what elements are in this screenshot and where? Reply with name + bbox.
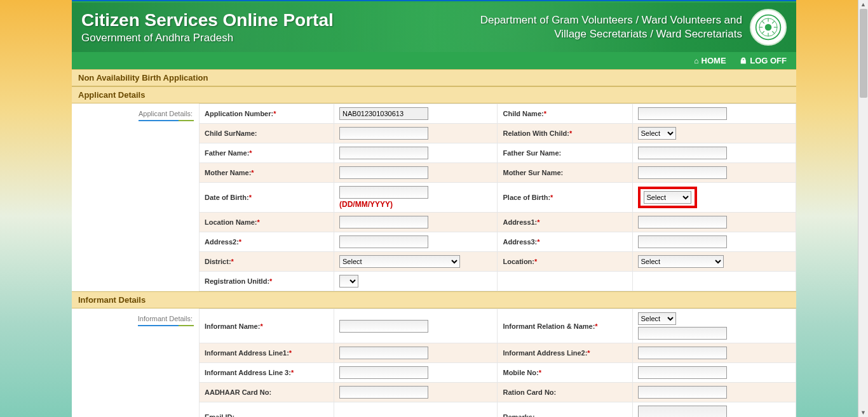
applicant-side-label: Applicant Details: [72, 103, 199, 291]
input-location-name[interactable] [339, 216, 428, 228]
nav-logoff[interactable]: 🔒︎LOG OFF [740, 56, 787, 65]
label-relation-child: Relation With Child:* [498, 124, 632, 143]
label-registration-unit: Registration UnitId:* [200, 272, 334, 291]
input-child-surname[interactable] [339, 127, 428, 140]
input-father-surname[interactable] [638, 147, 727, 159]
label-mobile-no: Mobile No:* [498, 363, 632, 383]
portal-subtitle: Government of Andhra Pradesh [81, 32, 334, 44]
input-mother-surname[interactable] [638, 166, 727, 179]
emblem-icon [754, 13, 782, 41]
input-mother-name[interactable] [339, 166, 428, 179]
select-informant-relation[interactable]: Select [638, 312, 676, 325]
nav-bar: ⌂HOME 🔒︎LOG OFF [72, 52, 796, 69]
page-container: Citizen Services Online Portal Governmen… [72, 0, 796, 417]
dept-line1: Department of Gram Volunteers / Ward Vol… [480, 13, 742, 27]
informant-form-table: Informant Name:* Informant Relation & Na… [199, 308, 796, 417]
input-address3[interactable] [638, 235, 727, 248]
label-informant-relation: Informant Relation & Name:* [498, 309, 632, 343]
label-informant-addr3: Informant Address Line 3:* [200, 363, 334, 383]
svg-point-2 [765, 24, 772, 31]
dept-line2: Village Secretariats / Ward Secretariats [480, 27, 742, 41]
input-informant-addr2[interactable] [638, 347, 727, 359]
select-registration-unit[interactable] [339, 275, 358, 288]
content-area: Non Availability Birth Application Appli… [72, 69, 796, 417]
label-location: Location:* [498, 252, 632, 272]
informant-side-label: Informant Details: [72, 308, 199, 417]
svg-line-9 [772, 21, 775, 23]
applicant-form-table: Application Number:* Child Name:* Child … [199, 103, 796, 291]
label-mother-name: Mother Name:* [200, 163, 334, 183]
label-ration: Ration Card No: [498, 383, 632, 402]
input-dob[interactable] [339, 186, 428, 199]
label-remarks: Remarks: [498, 402, 632, 418]
svg-line-8 [772, 31, 775, 34]
input-child-name[interactable] [638, 107, 727, 120]
label-father-surname: Father Sur Name: [498, 143, 632, 163]
label-address1: Address1:* [498, 213, 632, 232]
nav-home[interactable]: ⌂HOME [694, 56, 726, 65]
label-child-name: Child Name:* [498, 104, 632, 124]
applicant-section-title: Applicant Details [72, 86, 796, 103]
label-aadhaar: AADHAAR Card No: [200, 383, 334, 402]
scroll-up-icon[interactable]: ▲ [860, 1, 866, 8]
dob-hint: (DD/MM/YYYY) [339, 200, 492, 209]
scroll-down-icon[interactable]: ▼ [860, 409, 866, 416]
portal-title: Citizen Services Online Portal [81, 10, 334, 30]
input-ration[interactable] [638, 386, 727, 399]
informant-form-area: Informant Details: Informant Name:* Info… [72, 308, 796, 417]
applicant-form-area: Applicant Details: Application Number:* … [72, 103, 796, 291]
department-text: Department of Gram Volunteers / Ward Vol… [480, 13, 742, 41]
label-child-surname: Child SurName: [200, 124, 334, 143]
svg-line-7 [762, 21, 764, 23]
select-district[interactable]: Select [339, 255, 460, 268]
input-mobile-no[interactable] [638, 366, 727, 379]
input-application-number[interactable] [339, 107, 428, 120]
lock-icon: 🔒︎ [740, 56, 747, 65]
label-mother-surname: Mother Sur Name: [498, 163, 632, 183]
scrollbar[interactable]: ▲ ▼ [858, 0, 868, 417]
input-address1[interactable] [638, 216, 727, 228]
label-district: District:* [200, 252, 334, 272]
place-of-birth-highlight: Select [638, 187, 697, 208]
scrollbar-thumb[interactable] [860, 9, 867, 98]
label-address2: Address2:* [200, 232, 334, 252]
input-address2[interactable] [339, 235, 428, 248]
header-left: Citizen Services Online Portal Governmen… [81, 10, 334, 44]
label-informant-name: Informant Name:* [200, 309, 334, 343]
input-informant-addr1[interactable] [339, 347, 428, 359]
label-place-of-birth: Place of Birth:* [498, 183, 632, 213]
label-informant-addr2: Informant Address Line2:* [498, 343, 632, 363]
label-dob: Date of Birth:* [200, 183, 334, 213]
home-icon: ⌂ [694, 56, 698, 65]
page-title: Non Availability Birth Application [72, 69, 796, 86]
select-relation-child[interactable]: Select [638, 127, 676, 140]
input-informant-addr3[interactable] [339, 366, 428, 379]
svg-line-10 [762, 31, 764, 34]
select-place-of-birth[interactable]: Select [644, 191, 691, 204]
input-informant-relation-name[interactable] [638, 327, 727, 340]
label-email: Email ID: [200, 402, 334, 418]
header-banner: Citizen Services Online Portal Governmen… [72, 3, 796, 52]
input-aadhaar[interactable] [339, 386, 428, 399]
select-location[interactable]: Select [638, 255, 724, 268]
label-father-name: Father Name:* [200, 143, 334, 163]
label-location-name: Location Name:* [200, 213, 334, 232]
govt-logo [750, 9, 787, 46]
textarea-remarks[interactable] [638, 406, 727, 417]
input-informant-name[interactable] [339, 320, 428, 333]
informant-section-title: Informant Details [72, 291, 796, 308]
label-address3: Address3:* [498, 232, 632, 252]
label-informant-addr1: Informant Address Line1:* [200, 343, 334, 363]
input-father-name[interactable] [339, 147, 428, 159]
header-right: Department of Gram Volunteers / Ward Vol… [480, 9, 787, 46]
label-application-number: Application Number:* [200, 104, 334, 124]
